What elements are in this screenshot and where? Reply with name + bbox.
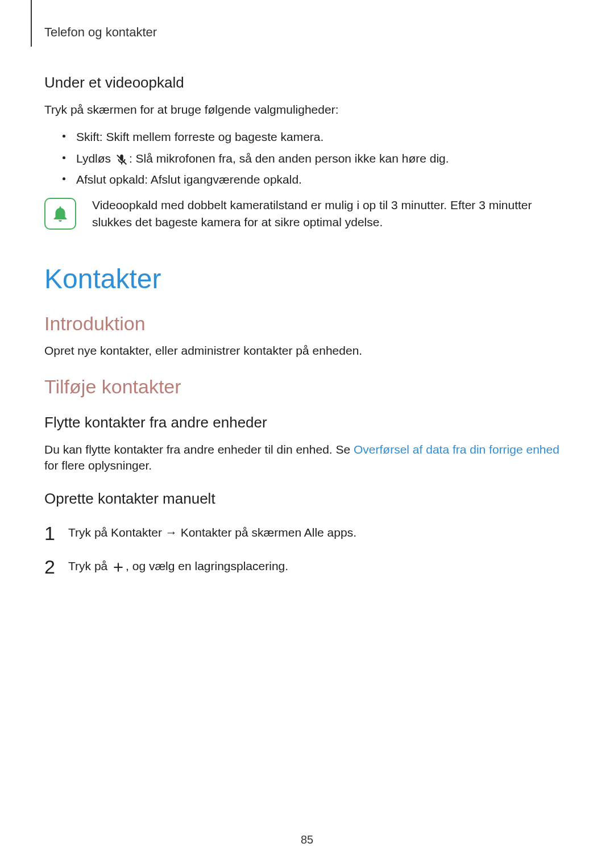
link-data-transfer[interactable]: Overførsel af data fra din forrige enhed [354, 443, 559, 456]
step-post: på skærmen Alle apps. [232, 526, 356, 539]
step-mid: → [162, 526, 181, 539]
note-text: Videoopkald med dobbelt kameratilstand e… [92, 197, 570, 231]
option-label: Skift [76, 130, 99, 143]
plus-icon [111, 560, 126, 575]
step-item: 1 Tryk på Kontakter → Kontakter på skærm… [44, 524, 570, 542]
note-block: Videoopkald med dobbelt kameratilstand e… [44, 197, 570, 231]
page-content: Telefon og kontakter Under et videoopkal… [0, 0, 614, 575]
move-suffix: for flere oplysninger. [44, 459, 152, 472]
subheading-create-manually: Oprette kontakter manuelt [44, 490, 570, 508]
move-prefix: Du kan flytte kontakter fra andre enhede… [44, 443, 354, 456]
page-number: 85 [0, 833, 614, 846]
option-desc: : Slå mikrofonen fra, så den anden perso… [129, 152, 449, 165]
step-bold: Kontakter [111, 526, 162, 539]
list-item: Skift: Skift mellem forreste og bageste … [63, 128, 570, 146]
chapter-title: Telefon og kontakter [44, 25, 570, 40]
video-call-intro: Tryk på skærmen for at bruge følgende va… [44, 102, 570, 118]
option-label: Lydløs [76, 152, 111, 165]
manual-steps-list: 1 Tryk på Kontakter → Kontakter på skærm… [44, 524, 570, 575]
step-item: 2 Tryk på , og vælg en lagringsplacering… [44, 557, 570, 575]
step-number: 1 [44, 519, 55, 548]
video-call-options-list: Skift: Skift mellem forreste og bageste … [63, 128, 570, 189]
header-divider-line [31, 0, 32, 47]
step-pre: Tryk på [68, 559, 111, 572]
section-heading-video-call: Under et videoopkald [44, 74, 570, 92]
section-heading-introduction: Introduktion [44, 313, 570, 335]
list-item: Afslut opkald: Afslut igangværende opkal… [63, 171, 570, 189]
section-heading-add-contacts: Tilføje kontakter [44, 376, 570, 398]
option-desc: : Skift mellem forreste og bageste kamer… [99, 130, 324, 143]
step-post: , og vælg en lagringsplacering. [126, 559, 288, 572]
subheading-move-contacts: Flytte kontakter fra andre enheder [44, 414, 570, 431]
step-number: 2 [44, 553, 55, 582]
note-bell-icon [44, 198, 76, 230]
step-bold: Kontakter [181, 526, 232, 539]
option-desc: : Afslut igangværende opkald. [144, 173, 302, 186]
step-pre: Tryk på [68, 526, 111, 539]
mute-icon [115, 153, 128, 165]
page-title-contacts: Kontakter [44, 263, 570, 294]
option-label: Afslut opkald [76, 173, 144, 186]
introduction-body: Opret nye kontakter, eller administrer k… [44, 343, 570, 359]
list-item: Lydløs : Slå mikrofonen fra, så den ande… [63, 149, 570, 168]
move-contacts-body: Du kan flytte kontakter fra andre enhede… [44, 442, 570, 474]
